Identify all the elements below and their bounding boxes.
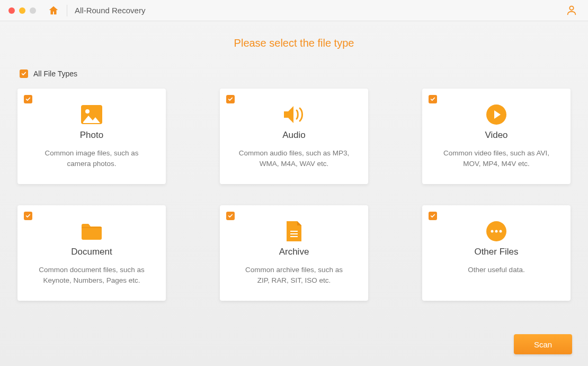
svg-rect-4: [290, 231, 298, 232]
card-archive[interactable]: Archive Common archive files, such as ZI…: [220, 205, 368, 301]
card-archive-title: Archive: [279, 247, 309, 257]
folder-icon: [80, 220, 103, 242]
svg-rect-6: [290, 236, 298, 237]
cards-grid: Photo Common image files, such as camera…: [17, 89, 571, 301]
card-other-checkbox[interactable]: [429, 212, 437, 220]
svg-point-8: [491, 230, 494, 233]
window-controls: [8, 7, 36, 14]
card-video-desc: Common video files, such as AVI, MOV, MP…: [441, 148, 552, 170]
all-file-types-checkbox[interactable]: [20, 69, 28, 78]
more-icon: [485, 220, 507, 242]
divider: [67, 5, 67, 16]
home-icon[interactable]: [48, 5, 59, 16]
card-document[interactable]: Document Common document files, such as …: [17, 205, 166, 301]
page-heading: Please select the file type: [17, 37, 571, 49]
card-document-desc: Common document files, such as Keynote, …: [36, 265, 147, 286]
card-audio-title: Audio: [282, 130, 305, 141]
svg-rect-5: [290, 233, 298, 234]
photo-icon: [80, 103, 103, 126]
all-file-types-row[interactable]: All File Types: [20, 69, 571, 78]
card-video-title: Video: [485, 130, 507, 141]
card-other-title: Other Files: [474, 247, 518, 257]
archive-file-icon: [285, 220, 303, 242]
card-photo-title: Photo: [80, 130, 103, 141]
audio-icon: [282, 103, 306, 126]
card-video[interactable]: Video Common video files, such as AVI, M…: [422, 89, 571, 184]
maximize-window-button[interactable]: [30, 7, 36, 14]
close-window-button[interactable]: [8, 7, 15, 14]
card-document-title: Document: [71, 247, 112, 257]
card-photo-checkbox[interactable]: [24, 95, 32, 103]
titlebar: All-Round Recovery: [0, 0, 588, 21]
card-video-checkbox[interactable]: [429, 95, 437, 103]
card-other[interactable]: Other Files Other useful data.: [422, 205, 571, 301]
card-audio[interactable]: Audio Common audio files, such as MP3, W…: [220, 89, 368, 184]
card-photo[interactable]: Photo Common image files, such as camera…: [17, 89, 166, 184]
card-archive-checkbox[interactable]: [226, 212, 235, 220]
content: Please select the file type All File Typ…: [0, 21, 588, 301]
card-archive-desc: Common archive files, such as ZIP, RAR, …: [238, 265, 350, 286]
user-icon[interactable]: [566, 4, 577, 18]
svg-point-9: [495, 230, 498, 233]
card-audio-checkbox[interactable]: [226, 95, 235, 103]
svg-point-0: [569, 6, 573, 10]
scan-button[interactable]: Scan: [514, 334, 572, 354]
svg-point-2: [85, 109, 90, 114]
card-other-desc: Other useful data.: [468, 265, 524, 275]
card-document-checkbox[interactable]: [24, 212, 32, 220]
all-file-types-label: All File Types: [33, 69, 77, 78]
svg-point-10: [500, 230, 502, 233]
app-title: All-Round Recovery: [75, 6, 145, 15]
video-icon: [485, 103, 507, 126]
card-photo-desc: Common image files, such as camera photo…: [36, 148, 147, 170]
minimize-window-button[interactable]: [19, 7, 25, 14]
footer: Scan: [514, 334, 572, 354]
card-audio-desc: Common audio files, such as MP3, WMA, M4…: [238, 148, 350, 170]
